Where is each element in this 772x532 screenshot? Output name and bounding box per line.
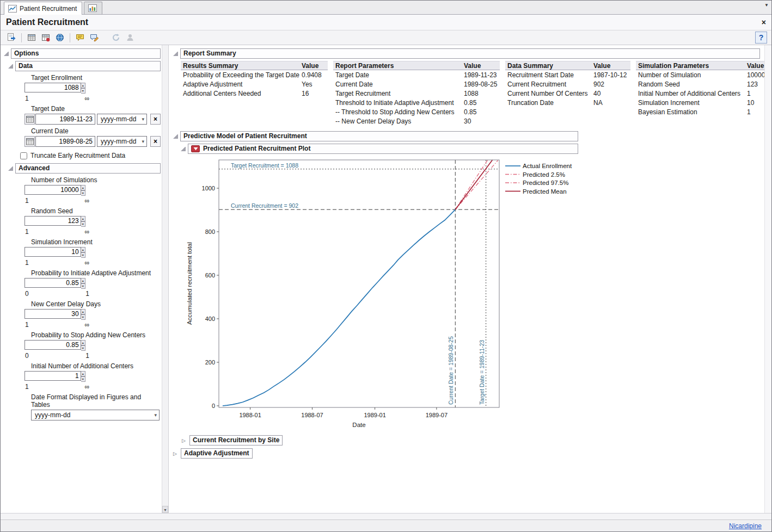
probability-to-stop-adding-new-centers-input[interactable] (24, 340, 81, 350)
annotate-button[interactable] (88, 32, 101, 44)
clear-target-date-button[interactable]: × (150, 114, 161, 125)
collapse-triangle-icon[interactable] (4, 51, 9, 56)
target-date-input[interactable] (35, 114, 95, 125)
options-section: Options Data Target Enrollment (4, 48, 161, 420)
row-value: 40 (591, 90, 630, 97)
chevron-down-icon: ▾ (154, 412, 157, 418)
collapse-triangle-icon[interactable] (8, 64, 13, 69)
adaptive-adjustment-section: ▷ Adaptive Adjustment (173, 448, 760, 459)
current-date-field: Current Date yyyy-mm-dd▾ × (24, 127, 161, 147)
simulation-parameters-group: Simulation ParametersValueNumber of Simu… (636, 61, 764, 126)
y-tick-label: 200 (205, 359, 215, 366)
user-icon (125, 33, 135, 42)
initial-number-of-additional-centers-input[interactable] (24, 371, 81, 381)
spin-up-icon[interactable]: ▴ (81, 216, 85, 221)
spin-down-icon[interactable]: ▾ (81, 252, 85, 258)
probability-to-initiate-adaptive-adjustment-stepper: ▴▾ (81, 278, 85, 289)
row-value: 1 (745, 108, 764, 116)
y-tick-label: 1000 (202, 185, 215, 191)
scroll-down-icon[interactable]: ▼ (162, 506, 168, 513)
new-center-delay-days-stepper: ▴▾ (81, 309, 85, 320)
spin-down-icon[interactable]: ▾ (81, 221, 85, 227)
new-center-delay-days-input[interactable] (24, 309, 81, 319)
current-date-calendar-button[interactable] (24, 136, 35, 147)
tab-overflow-icon[interactable]: ▼ (764, 3, 769, 8)
refresh-analysis-button[interactable] (109, 32, 122, 44)
spin-down-icon[interactable]: ▾ (81, 376, 85, 382)
expand-triangle-icon[interactable]: ▷ (182, 438, 187, 443)
data-table-button[interactable] (25, 32, 38, 44)
table-row: -- Threshold to Stop Adding New Centers0… (333, 107, 500, 116)
spin-down-icon[interactable]: ▾ (81, 345, 85, 351)
tab-secondary-report[interactable] (84, 2, 102, 14)
close-icon[interactable]: × (762, 18, 766, 27)
status-link-nicardipine[interactable]: Nicardipine (729, 522, 762, 530)
spin-down-icon[interactable]: ▾ (81, 283, 85, 289)
truncate-checkbox[interactable] (20, 152, 27, 159)
advanced-header[interactable]: Advanced (15, 163, 161, 174)
spin-up-icon[interactable]: ▴ (81, 83, 85, 88)
table-row: Additional Centers Needed16 (181, 89, 328, 98)
user-guide-button[interactable] (124, 32, 137, 44)
spin-down-icon[interactable]: ▾ (81, 88, 85, 94)
number-of-simulations-input[interactable] (24, 185, 81, 195)
collapse-triangle-icon[interactable] (8, 166, 13, 171)
row-label: Recruitment Start Date (505, 71, 591, 79)
spin-up-icon[interactable]: ▴ (81, 309, 85, 314)
spin-up-icon[interactable]: ▴ (81, 371, 85, 376)
spin-down-icon[interactable]: ▾ (81, 190, 85, 196)
journal-button[interactable] (53, 32, 66, 44)
predicted-plot-header-label[interactable]: Predicted Patient Recruitment Plot (203, 145, 310, 152)
probability-to-stop-adding-new-centers-stepper: ▴▾ (81, 340, 85, 351)
current-date-format-select[interactable]: yyyy-mm-dd▾ (97, 136, 147, 147)
main-scrollbar[interactable] (764, 45, 771, 513)
spin-up-icon[interactable]: ▴ (81, 278, 85, 283)
row-label: Number of Simulation (636, 71, 745, 79)
simulation-increment-input[interactable] (24, 247, 81, 257)
options-scrollbar[interactable]: ▼ (162, 45, 168, 513)
plot-menu-button[interactable] (191, 145, 200, 152)
collapse-triangle-icon[interactable] (173, 51, 178, 56)
spin-up-icon[interactable]: ▴ (81, 340, 85, 345)
target-enrollment-input[interactable] (24, 83, 81, 92)
row-label: -- Threshold to Stop Adding New Centers (333, 108, 462, 116)
tab-patient-recruitment[interactable]: Patient Recruitment (4, 2, 82, 15)
truncate-checkbox-row[interactable]: Truncate Early Recruitment Data (20, 152, 161, 159)
results-table-button[interactable] (39, 32, 52, 44)
comments-button[interactable] (73, 32, 87, 44)
collapse-triangle-icon[interactable] (173, 134, 178, 139)
calendar-icon (26, 138, 34, 145)
data-header[interactable]: Data (15, 61, 161, 71)
export-report-button[interactable] (5, 32, 18, 44)
bottom-strip (1, 513, 771, 519)
predictive-model-header[interactable]: Predictive Model of Patient Recruitment (180, 131, 578, 141)
spin-up-icon[interactable]: ▴ (81, 185, 85, 190)
target-date-calendar-button[interactable] (24, 114, 35, 125)
expand-triangle-icon[interactable]: ▷ (173, 451, 179, 456)
spin-down-icon[interactable]: ▾ (81, 314, 85, 320)
new-center-delay-days-field: New Center Delay Days▴▾1∞ (24, 300, 161, 329)
date-format-select[interactable]: yyyy-mm-dd▾ (31, 410, 160, 420)
row-value: 10 (745, 99, 764, 107)
options-header[interactable]: Options (11, 48, 161, 59)
probability-to-initiate-adaptive-adjustment-label: Probability to Initiate Adaptive Adjustm… (31, 269, 161, 277)
adaptive-adjustment-header[interactable]: Adaptive Adjustment (181, 448, 253, 459)
collapse-triangle-icon[interactable] (181, 146, 186, 151)
current-recruitment-by-site-header[interactable]: Current Recruitment by Site (189, 435, 283, 446)
current-date-input[interactable] (35, 136, 95, 147)
legend-label-predicted-97-5: Predicted 97.5% (523, 180, 568, 186)
spin-up-icon[interactable]: ▴ (81, 247, 85, 252)
advanced-section: Advanced Number of Simulations▴▾1∞Random… (8, 163, 161, 420)
data-table-icon (27, 33, 36, 42)
journal-icon (55, 33, 65, 42)
random-seed-stepper: ▴▾ (81, 216, 85, 227)
field-min: 1 (25, 197, 29, 205)
row-label: Probability of Exceeding the Target Date (181, 71, 299, 79)
target-date-format-select[interactable]: yyyy-mm-dd▾ (97, 114, 147, 125)
field-max: 1 (85, 352, 89, 360)
report-summary-header[interactable]: Report Summary (180, 48, 760, 59)
probability-to-initiate-adaptive-adjustment-input[interactable] (24, 278, 81, 288)
clear-current-date-button[interactable]: × (150, 136, 161, 147)
help-button[interactable]: ? (755, 32, 767, 44)
random-seed-input[interactable] (24, 216, 81, 226)
